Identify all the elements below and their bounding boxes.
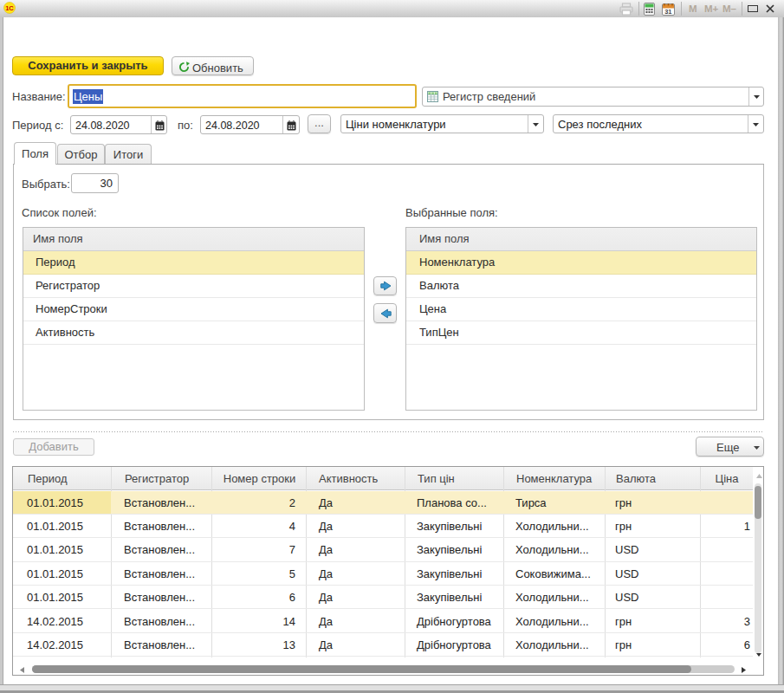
svg-text:1С: 1С <box>5 4 14 12</box>
svg-text:31: 31 <box>664 8 671 16</box>
